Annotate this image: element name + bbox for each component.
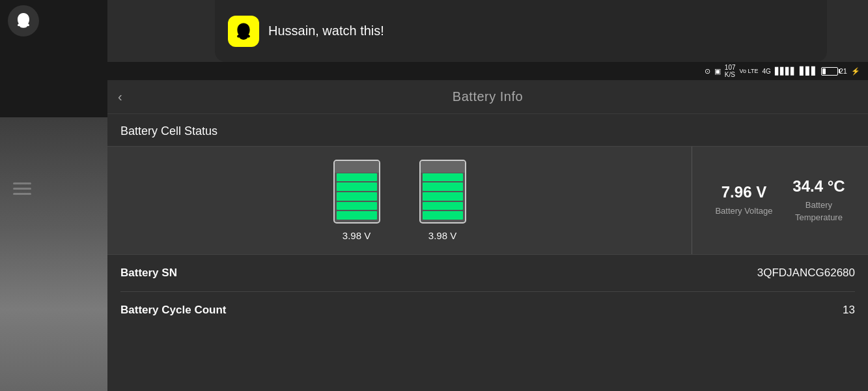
cell-row — [423, 202, 463, 210]
notification-message: Hussain, watch this! — [268, 23, 384, 38]
battery-cells-container: 3.98 V 3.98 V 7.96 V Battery V — [107, 146, 868, 255]
main-content: Hussain, watch this! ⊙ ▣ 107 K/S Vo LTE … — [107, 0, 868, 391]
battery-cycle-label: Battery Cycle Count — [120, 304, 226, 317]
battery-sn-label: Battery SN — [120, 267, 177, 280]
cell-2-voltage: 3.98 V — [428, 230, 456, 241]
avatar — [8, 5, 39, 36]
cell-row — [337, 202, 377, 210]
battery-fill — [822, 68, 826, 74]
volte-display: Vo LTE — [740, 68, 759, 74]
charge-icon: ⚡ — [851, 67, 860, 76]
section-header: Battery Cell Status — [107, 114, 868, 146]
left-sidebar — [0, 0, 107, 391]
network-display: 4G — [762, 68, 770, 75]
section-title: Battery Cell Status — [120, 124, 217, 138]
cell-row — [337, 211, 377, 220]
cell-top-2 — [421, 161, 465, 173]
temperature-value: 34.4 °C — [792, 177, 845, 195]
battery-cycle-value: 13 — [843, 304, 855, 317]
battery-indicator: 21 — [821, 67, 847, 76]
wifi-signal-icon: ▋▋▋ — [800, 66, 817, 76]
nfc-icon: ▣ — [714, 67, 721, 76]
battery-cycle-row: Battery Cycle Count 13 — [120, 292, 855, 328]
battery-percent: 21 — [839, 67, 847, 75]
cell-top-1 — [335, 161, 379, 173]
cell-row — [423, 182, 463, 191]
cells-left: 3.98 V 3.98 V — [107, 147, 692, 254]
signal-bars-icon: ▋▋▋▋ — [775, 67, 796, 76]
cell-row — [337, 182, 377, 191]
cell-row — [337, 173, 377, 182]
cell-row — [423, 173, 463, 182]
speed-display: 107 K/S — [725, 64, 736, 78]
battery-cell-1 — [333, 160, 380, 224]
cells-right: 7.96 V Battery Voltage 34.4 °C BatteryTe… — [692, 147, 868, 254]
battery-sn-row: Battery SN 3QFDJANCG62680 — [120, 255, 855, 292]
cell-row — [423, 211, 463, 220]
background-photo — [0, 117, 107, 391]
cell-row — [423, 192, 463, 201]
app-title: Battery Info — [453, 89, 523, 104]
cell-1: 3.98 V — [333, 160, 380, 241]
cell-row — [337, 192, 377, 201]
status-bar-items: ⊙ ▣ 107 K/S Vo LTE 4G ▋▋▋▋ ▋▋▋ 21 ⚡ — [705, 64, 860, 78]
battery-box — [821, 67, 838, 76]
status-bar: ⊙ ▣ 107 K/S Vo LTE 4G ▋▋▋▋ ▋▋▋ 21 ⚡ — [107, 62, 868, 80]
location-icon: ⊙ — [705, 67, 710, 76]
cell-2: 3.98 V — [419, 160, 466, 241]
voltage-value: 7.96 V — [721, 183, 766, 201]
cell-1-voltage: 3.98 V — [343, 230, 371, 241]
temperature-label: BatteryTemperature — [795, 199, 843, 223]
voltage-label: Battery Voltage — [715, 205, 772, 217]
info-section: Battery SN 3QFDJANCG62680 Battery Cycle … — [107, 255, 868, 328]
battery-cell-2 — [419, 160, 466, 224]
voltage-stat: 7.96 V Battery Voltage — [715, 183, 772, 217]
notification-overlay[interactable]: Hussain, watch this! — [215, 0, 827, 62]
temperature-stat: 34.4 °C BatteryTemperature — [792, 177, 845, 223]
app-header: ‹ Battery Info — [107, 80, 868, 114]
snapchat-logo — [228, 16, 259, 47]
battery-sn-value: 3QFDJANCG62680 — [757, 267, 855, 280]
back-button[interactable]: ‹ — [118, 89, 122, 104]
